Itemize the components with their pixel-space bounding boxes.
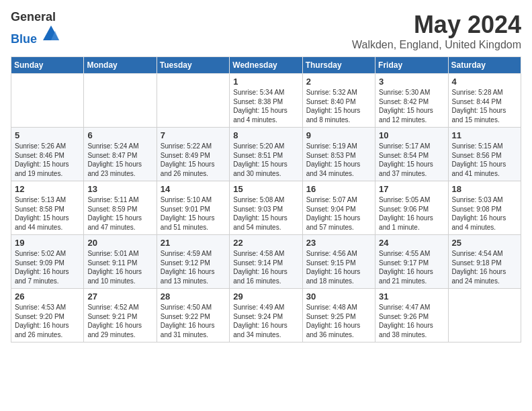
day-number: 17 <box>379 184 444 194</box>
calendar-cell: 2Sunrise: 5:32 AMSunset: 8:40 PMDaylight… <box>302 74 375 128</box>
week-row-1: 1Sunrise: 5:34 AMSunset: 8:38 PMDaylight… <box>11 74 521 128</box>
day-content: Sunrise: 4:56 AMSunset: 9:15 PMDaylight:… <box>306 249 371 285</box>
day-content: Sunrise: 4:54 AMSunset: 9:18 PMDaylight:… <box>452 249 517 285</box>
day-content: Sunrise: 5:11 AMSunset: 8:59 PMDaylight:… <box>87 195 152 232</box>
day-number: 22 <box>233 238 298 248</box>
day-number: 11 <box>452 130 517 140</box>
day-content: Sunrise: 5:15 AMSunset: 8:56 PMDaylight:… <box>452 142 517 178</box>
header-day-saturday: Saturday <box>448 57 521 74</box>
day-content: Sunrise: 4:58 AMSunset: 9:14 PMDaylight:… <box>233 249 298 285</box>
day-content: Sunrise: 5:30 AMSunset: 8:42 PMDaylight:… <box>379 88 444 124</box>
logo-general-text: General <box>11 10 56 24</box>
day-number: 24 <box>379 238 444 248</box>
day-content: Sunrise: 5:19 AMSunset: 8:53 PMDaylight:… <box>306 142 371 178</box>
day-number: 21 <box>161 238 226 248</box>
location: Walkden, England, United Kingdom <box>352 39 521 51</box>
header-day-monday: Monday <box>84 57 157 74</box>
logo-blue-text: Blue <box>11 32 37 46</box>
day-number: 7 <box>161 130 226 140</box>
calendar-table: SundayMondayTuesdayWednesdayThursdayFrid… <box>11 56 521 342</box>
day-content: Sunrise: 4:49 AMSunset: 9:24 PMDaylight:… <box>233 303 298 339</box>
header-row: SundayMondayTuesdayWednesdayThursdayFrid… <box>11 57 521 74</box>
day-content: Sunrise: 5:05 AMSunset: 9:06 PMDaylight:… <box>379 195 444 232</box>
calendar-cell: 31Sunrise: 4:47 AMSunset: 9:26 PMDayligh… <box>375 289 448 342</box>
calendar-cell: 11Sunrise: 5:15 AMSunset: 8:56 PMDayligh… <box>448 128 521 181</box>
calendar-cell: 16Sunrise: 5:07 AMSunset: 9:04 PMDayligh… <box>302 181 375 235</box>
day-content: Sunrise: 5:02 AMSunset: 9:09 PMDaylight:… <box>15 249 80 285</box>
calendar-cell: 25Sunrise: 4:54 AMSunset: 9:18 PMDayligh… <box>448 235 521 289</box>
day-content: Sunrise: 4:50 AMSunset: 9:22 PMDaylight:… <box>161 303 226 339</box>
day-content: Sunrise: 5:24 AMSunset: 8:47 PMDaylight:… <box>87 142 152 178</box>
day-number: 31 <box>379 291 444 302</box>
day-number: 2 <box>306 77 371 87</box>
day-number: 9 <box>306 130 371 140</box>
day-number: 8 <box>233 130 298 140</box>
day-content: Sunrise: 5:20 AMSunset: 8:51 PMDaylight:… <box>233 142 298 178</box>
page-header: General Blue May 2024 Walkden, England, … <box>11 11 521 51</box>
week-row-2: 5Sunrise: 5:26 AMSunset: 8:46 PMDaylight… <box>11 128 521 181</box>
calendar-cell: 22Sunrise: 4:58 AMSunset: 9:14 PMDayligh… <box>230 235 302 289</box>
calendar-cell: 26Sunrise: 4:53 AMSunset: 9:20 PMDayligh… <box>11 289 84 342</box>
calendar-cell: 6Sunrise: 5:24 AMSunset: 8:47 PMDaylight… <box>84 128 157 181</box>
calendar-cell: 10Sunrise: 5:17 AMSunset: 8:54 PMDayligh… <box>375 128 448 181</box>
calendar-cell: 7Sunrise: 5:22 AMSunset: 8:49 PMDaylight… <box>157 128 229 181</box>
calendar-cell: 21Sunrise: 4:59 AMSunset: 9:12 PMDayligh… <box>157 235 229 289</box>
day-number: 28 <box>161 291 226 302</box>
calendar-cell: 27Sunrise: 4:52 AMSunset: 9:21 PMDayligh… <box>84 289 157 342</box>
calendar-cell <box>448 289 521 342</box>
day-number: 15 <box>233 184 298 194</box>
logo-icon <box>42 24 60 43</box>
day-content: Sunrise: 5:01 AMSunset: 9:11 PMDaylight:… <box>87 249 152 285</box>
calendar-cell: 9Sunrise: 5:19 AMSunset: 8:53 PMDaylight… <box>302 128 375 181</box>
day-content: Sunrise: 5:08 AMSunset: 9:03 PMDaylight:… <box>233 195 298 232</box>
week-row-3: 12Sunrise: 5:13 AMSunset: 8:58 PMDayligh… <box>11 181 521 235</box>
calendar-cell: 1Sunrise: 5:34 AMSunset: 8:38 PMDaylight… <box>230 74 302 128</box>
day-content: Sunrise: 4:53 AMSunset: 9:20 PMDaylight:… <box>15 303 80 339</box>
calendar-cell: 24Sunrise: 4:55 AMSunset: 9:17 PMDayligh… <box>375 235 448 289</box>
day-content: Sunrise: 5:22 AMSunset: 8:49 PMDaylight:… <box>161 142 226 178</box>
calendar-cell: 20Sunrise: 5:01 AMSunset: 9:11 PMDayligh… <box>84 235 157 289</box>
calendar-cell <box>157 74 229 128</box>
day-content: Sunrise: 5:28 AMSunset: 8:44 PMDaylight:… <box>452 88 517 124</box>
title-block: May 2024 Walkden, England, United Kingdo… <box>352 11 521 51</box>
day-number: 16 <box>306 184 371 194</box>
day-number: 23 <box>306 238 371 248</box>
calendar-cell: 23Sunrise: 4:56 AMSunset: 9:15 PMDayligh… <box>302 235 375 289</box>
day-number: 6 <box>87 130 152 140</box>
calendar-cell: 5Sunrise: 5:26 AMSunset: 8:46 PMDaylight… <box>11 128 84 181</box>
day-number: 29 <box>233 291 298 302</box>
calendar-cell: 18Sunrise: 5:03 AMSunset: 9:08 PMDayligh… <box>448 181 521 235</box>
day-number: 12 <box>15 184 80 194</box>
day-content: Sunrise: 5:17 AMSunset: 8:54 PMDaylight:… <box>379 142 444 178</box>
day-content: Sunrise: 5:03 AMSunset: 9:08 PMDaylight:… <box>452 195 517 232</box>
day-number: 20 <box>87 238 152 248</box>
day-number: 14 <box>161 184 226 194</box>
calendar-cell: 30Sunrise: 4:48 AMSunset: 9:25 PMDayligh… <box>302 289 375 342</box>
day-number: 26 <box>15 291 80 302</box>
calendar-cell: 8Sunrise: 5:20 AMSunset: 8:51 PMDaylight… <box>230 128 302 181</box>
day-content: Sunrise: 4:52 AMSunset: 9:21 PMDaylight:… <box>87 303 152 339</box>
day-number: 18 <box>452 184 517 194</box>
day-number: 5 <box>15 130 80 140</box>
day-number: 19 <box>15 238 80 248</box>
day-number: 4 <box>452 77 517 87</box>
week-row-4: 19Sunrise: 5:02 AMSunset: 9:09 PMDayligh… <box>11 235 521 289</box>
calendar-cell: 29Sunrise: 4:49 AMSunset: 9:24 PMDayligh… <box>230 289 302 342</box>
calendar-cell <box>84 74 157 128</box>
day-content: Sunrise: 5:32 AMSunset: 8:40 PMDaylight:… <box>306 88 371 124</box>
calendar-cell: 28Sunrise: 4:50 AMSunset: 9:22 PMDayligh… <box>157 289 229 342</box>
calendar-cell <box>11 74 84 128</box>
day-number: 30 <box>306 291 371 302</box>
header-day-sunday: Sunday <box>11 57 84 74</box>
day-number: 13 <box>87 184 152 194</box>
day-content: Sunrise: 4:55 AMSunset: 9:17 PMDaylight:… <box>379 249 444 285</box>
header-day-friday: Friday <box>375 57 448 74</box>
month-title: May 2024 <box>352 11 521 39</box>
calendar-cell: 17Sunrise: 5:05 AMSunset: 9:06 PMDayligh… <box>375 181 448 235</box>
day-content: Sunrise: 5:13 AMSunset: 8:58 PMDaylight:… <box>15 195 80 232</box>
header-day-wednesday: Wednesday <box>230 57 302 74</box>
day-content: Sunrise: 5:34 AMSunset: 8:38 PMDaylight:… <box>233 88 298 124</box>
day-content: Sunrise: 5:26 AMSunset: 8:46 PMDaylight:… <box>15 142 80 178</box>
day-content: Sunrise: 5:07 AMSunset: 9:04 PMDaylight:… <box>306 195 371 232</box>
calendar-cell: 12Sunrise: 5:13 AMSunset: 8:58 PMDayligh… <box>11 181 84 235</box>
